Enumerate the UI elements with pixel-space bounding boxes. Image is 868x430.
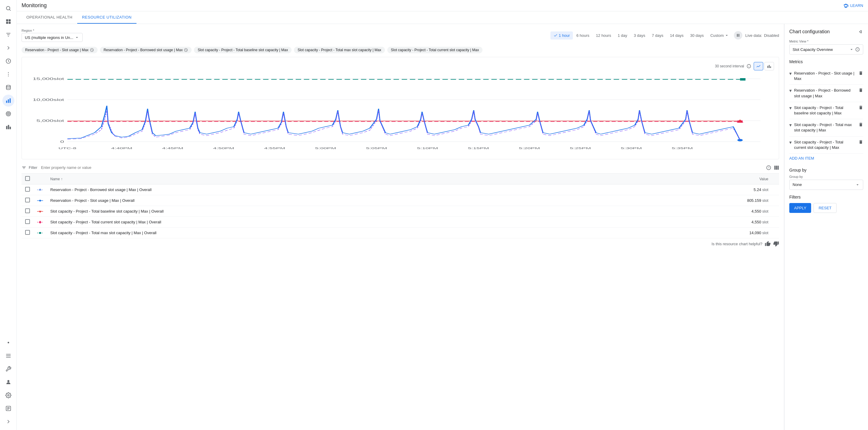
line-chart-btn[interactable] — [754, 62, 763, 70]
metric-delete-4[interactable] — [859, 140, 863, 144]
time-custom[interactable]: Custom — [707, 31, 732, 39]
filter-action-buttons: ? — [766, 165, 779, 171]
row-indicator-0 — [33, 184, 47, 195]
row-check-2[interactable] — [25, 208, 30, 213]
nav-tools-icon[interactable] — [2, 363, 14, 375]
svg-point-27 — [7, 380, 9, 382]
live-data-toggle[interactable] — [734, 31, 742, 39]
row-checkbox-2[interactable] — [22, 206, 33, 217]
svg-text:5:00PM: 5:00PM — [315, 147, 336, 150]
row-spacer-3 — [772, 217, 779, 227]
svg-text:?: ? — [768, 166, 770, 169]
bar-chart-btn[interactable] — [765, 62, 774, 70]
time-6hours[interactable]: 6 hours — [574, 31, 592, 39]
check-icon — [553, 33, 558, 37]
row-indicator-2 — [33, 206, 47, 217]
sort-icon[interactable]: ↑ — [61, 177, 63, 181]
metric-delete-3[interactable] — [859, 122, 863, 127]
nav-database-icon[interactable] — [2, 82, 14, 93]
metrics-title: Metrics — [789, 59, 863, 64]
nav-forward-icon[interactable] — [2, 42, 14, 54]
table-row: Reservation - Project - Borrowed slot us… — [22, 184, 779, 195]
live-data-value: Disabled — [764, 33, 779, 38]
thumbs-down-icon[interactable] — [773, 241, 779, 247]
metric-collapse-1[interactable]: ▾ — [789, 88, 792, 93]
add-item-button[interactable]: ADD AN ITEM — [789, 154, 863, 163]
nav-expand-icon[interactable] — [2, 416, 14, 428]
nav-dot-icon[interactable] — [2, 337, 14, 348]
chart-info-icon[interactable]: i — [746, 64, 751, 68]
nav-bar-chart-icon[interactable] — [2, 121, 14, 133]
row-checkbox-4[interactable] — [22, 227, 33, 238]
row-value-4: 14,090 slot — [633, 227, 772, 238]
time-30days[interactable]: 30 days — [687, 31, 707, 39]
svg-rect-81 — [39, 232, 41, 234]
svg-point-12 — [8, 76, 9, 76]
table-header-name[interactable]: Name ↑ — [47, 174, 633, 184]
nav-list-icon[interactable] — [2, 350, 14, 362]
nav-dashboard-icon[interactable] — [2, 16, 14, 28]
svg-line-1 — [9, 9, 10, 11]
svg-rect-5 — [8, 22, 10, 24]
reset-button[interactable]: RESET — [813, 203, 837, 213]
time-7days[interactable]: 7 days — [649, 31, 666, 39]
filters-title: Filters — [789, 195, 863, 199]
thumbs-up-icon[interactable] — [765, 241, 771, 247]
nav-search-icon[interactable] — [2, 2, 14, 14]
nav-filter-icon[interactable] — [2, 29, 14, 41]
nav-quiz-icon[interactable] — [2, 402, 14, 414]
row-check-3[interactable] — [25, 219, 30, 224]
metric-delete-1[interactable] — [859, 88, 863, 93]
collapse-panel-icon[interactable] — [857, 29, 863, 35]
time-14days[interactable]: 14 days — [667, 31, 687, 39]
table-header-indicator — [33, 174, 47, 184]
chart-header: 30 second interval i — [27, 62, 774, 70]
metric-delete-0[interactable] — [859, 71, 863, 75]
row-check-4[interactable] — [25, 230, 30, 235]
svg-text:4:55PM: 4:55PM — [264, 147, 285, 150]
svg-rect-70 — [776, 165, 777, 170]
tab-resource-utilization[interactable]: RESOURCE UTILIZATION — [77, 11, 136, 24]
group-by-dropdown[interactable]: None — [789, 180, 863, 190]
metric-collapse-3[interactable]: ▾ — [789, 122, 792, 128]
svg-rect-14 — [6, 101, 7, 103]
row-check-0[interactable] — [25, 187, 30, 192]
metric-collapse-2[interactable]: ▾ — [789, 105, 792, 111]
metric-collapse-4[interactable]: ▾ — [789, 140, 792, 145]
row-checkbox-1[interactable] — [22, 195, 33, 206]
filter-input[interactable] — [40, 164, 764, 171]
select-all-checkbox[interactable] — [25, 176, 30, 181]
row-checkbox-0[interactable] — [22, 184, 33, 195]
metrics-section: Metrics ▾ Reservation - Project - Slot u… — [789, 59, 863, 163]
group-by-chevron — [855, 182, 860, 187]
time-1hour[interactable]: 1 hour — [551, 31, 573, 39]
apply-button[interactable]: APPLY — [789, 203, 811, 213]
pill-0-clock — [90, 48, 94, 52]
filter-columns-icon[interactable] — [774, 165, 779, 171]
data-table: Name ↑ Value Reservation - Project - Bor… — [22, 174, 779, 238]
metric-item-3: ▾ Slot capacity - Project - Total max sl… — [789, 119, 863, 136]
row-spacer-1 — [772, 195, 779, 206]
filter-help-icon[interactable]: ? — [766, 165, 771, 171]
svg-text:5:25PM: 5:25PM — [570, 147, 591, 150]
time-1day[interactable]: 1 day — [615, 31, 630, 39]
region-dropdown[interactable]: US (multiple regions in Un... — [22, 33, 83, 42]
nav-more-icon[interactable] — [2, 68, 14, 80]
nav-gear-icon[interactable] — [2, 389, 14, 401]
tab-operational-health[interactable]: OPERATIONAL HEALTH — [22, 11, 77, 24]
nav-history-icon[interactable] — [2, 55, 14, 67]
metric-collapse-0[interactable]: ▾ — [789, 71, 792, 76]
row-checkbox-3[interactable] — [22, 217, 33, 227]
metric-view-help[interactable]: ? — [855, 47, 860, 52]
learn-button[interactable]: LEARN — [843, 3, 863, 8]
metric-view-dropdown[interactable]: Slot Capacity Overview ? — [789, 44, 863, 55]
metric-delete-2[interactable] — [859, 105, 863, 110]
nav-chart-icon[interactable] — [2, 95, 14, 106]
row-check-1[interactable] — [25, 197, 30, 203]
time-12hours[interactable]: 12 hours — [593, 31, 614, 39]
nav-target-icon[interactable] — [2, 108, 14, 120]
filter-icon — [22, 165, 26, 170]
nav-person-icon[interactable] — [2, 376, 14, 388]
time-3days[interactable]: 3 days — [631, 31, 648, 39]
region-dropdown-chevron — [74, 35, 79, 40]
